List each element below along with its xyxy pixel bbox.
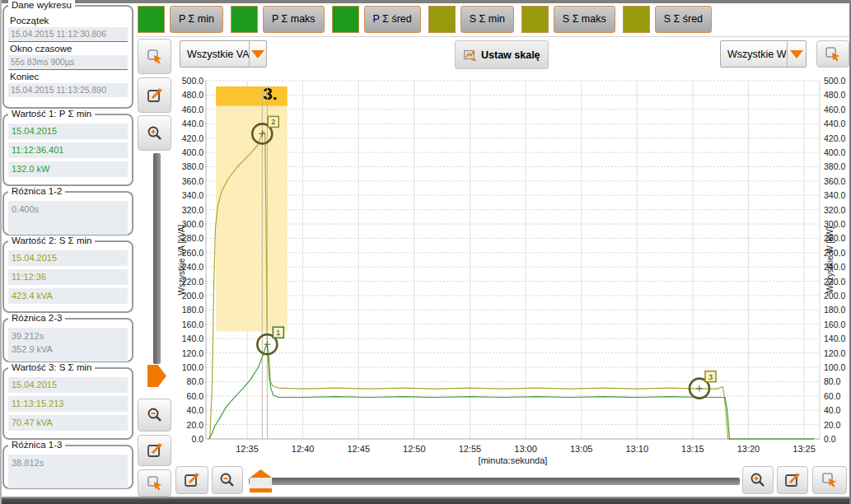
svg-text:180.0: 180.0 [824, 305, 845, 315]
series-group-s-min: S Σ min [428, 6, 514, 33]
swatch-p-maks[interactable] [231, 6, 258, 33]
series-toolbar: P Σ min P Σ maks P Σ śred S Σ min S Σ ma… [138, 5, 719, 33]
left-axis-dropdown-value: Wszystkie VA [180, 41, 249, 67]
svg-text:1: 1 [276, 329, 280, 337]
button-s-maks[interactable]: S Σ maks [554, 6, 615, 33]
svg-text:180.0: 180.0 [182, 305, 203, 315]
svg-text:420.0: 420.0 [182, 133, 203, 143]
svg-text:120.0: 120.0 [182, 348, 203, 358]
value-1-time: 11:12:36.401 [8, 142, 128, 158]
right-axis-dropdown[interactable]: Wszystkie W [720, 40, 807, 68]
svg-text:80.0: 80.0 [824, 376, 841, 386]
vertical-zoom-slider-track[interactable] [153, 153, 161, 364]
selection-cursor-icon [821, 471, 839, 489]
button-p-min[interactable]: P Σ min [170, 6, 223, 33]
swatch-s-min[interactable] [428, 6, 456, 33]
zoom-in-vertical-button[interactable] [138, 115, 171, 151]
panel-diff-1-2-title: Różnica 1-2 [8, 186, 65, 196]
edit-scale-button-bottom-left[interactable] [175, 466, 208, 494]
left-axis-dropdown-arrow[interactable] [249, 41, 266, 67]
svg-text:500.0: 500.0 [824, 76, 845, 86]
series-group-s-maks: S Σ maks [521, 6, 615, 33]
field-end-label: Koniec [10, 72, 126, 82]
button-s-min[interactable]: S Σ min [461, 6, 514, 33]
zoom-out-horizontal-button[interactable] [212, 466, 243, 494]
button-p-maks[interactable]: P Σ maks [263, 6, 325, 33]
select-region-button-top-right[interactable] [816, 40, 849, 68]
svg-text:3: 3 [708, 373, 713, 381]
svg-text:60.0: 60.0 [824, 391, 841, 401]
svg-text:20.0: 20.0 [824, 420, 841, 430]
swatch-s-maks[interactable] [521, 6, 549, 33]
svg-text:100.0: 100.0 [824, 362, 845, 372]
svg-text:500.0: 500.0 [182, 76, 203, 86]
svg-text:40.0: 40.0 [187, 405, 204, 415]
svg-text:12:50: 12:50 [403, 444, 426, 454]
window-bottom-edge [0, 497, 851, 504]
left-axis-dropdown[interactable]: Wszystkie VA [180, 40, 267, 68]
field-start-label: Początek [10, 16, 126, 26]
panel-diff-2-3-title: Różnica 2-3 [8, 313, 65, 323]
zoom-out-icon [146, 406, 164, 424]
svg-text:Wszystkie W [kW]: Wszystkie W [kW] [825, 226, 835, 292]
diff-1-2-value: 0.400s [12, 203, 124, 216]
svg-text:400.0: 400.0 [182, 147, 203, 157]
swatch-p-sred[interactable] [332, 6, 359, 33]
panel-value-1: Wartość 1: P Σ min 15.04.2015 11:12:36.4… [2, 114, 133, 186]
svg-text:140.0: 140.0 [182, 334, 203, 343]
svg-text:2: 2 [271, 118, 275, 126]
svg-text:400.0: 400.0 [824, 147, 845, 157]
swatch-p-min[interactable] [138, 6, 165, 33]
svg-text:160.0: 160.0 [824, 320, 845, 329]
zoom-in-icon [146, 124, 164, 142]
chart-plot[interactable]: 0.00.020.020.040.040.060.060.080.080.010… [177, 72, 851, 478]
edit-scale-button-left[interactable] [138, 77, 171, 113]
svg-text:460.0: 460.0 [824, 105, 845, 114]
panel-value-2: Wartość 2: S Σ min 15.04.2015 11:12:36 4… [2, 240, 133, 313]
button-p-sred[interactable]: P Σ śred [364, 6, 421, 33]
panel-chart-data: Dane wykresu Początek 15.04.2015 11:12:3… [2, 5, 133, 109]
diff-2-3-time: 39.212s [12, 329, 124, 343]
svg-text:380.0: 380.0 [824, 161, 845, 171]
zoom-in-icon [749, 471, 767, 489]
svg-text:120.0: 120.0 [824, 348, 845, 358]
svg-text:40.0: 40.0 [824, 405, 841, 415]
svg-text:13:20: 13:20 [737, 444, 760, 454]
value-3-measurement: 70.47 kVA [8, 415, 128, 431]
svg-text:360.0: 360.0 [182, 176, 203, 186]
svg-text:60.0: 60.0 [187, 391, 204, 401]
field-end-value: 15.04.2015 11:13:25.890 [8, 83, 128, 97]
panel-diff-2-3: Różnica 2-3 39.212s 352.9 kVA [2, 318, 133, 362]
series-group-p-sred: P Σ śred [332, 6, 421, 33]
panel-value-3: Wartość 3: S Σ min 15.04.2015 11:13:15.2… [2, 367, 133, 440]
vertical-zoom-slider-handle[interactable] [147, 365, 166, 387]
svg-text:480.0: 480.0 [182, 90, 203, 100]
panel-value-3-title: Wartość 3: S Σ min [8, 362, 95, 372]
select-region-button-left-top[interactable] [138, 39, 171, 74]
field-start-value: 15.04.2015 11:12:30.806 [8, 27, 128, 42]
field-window-label: Okno czasowe [10, 44, 126, 54]
edit-scale-button-left-bottom[interactable] [138, 435, 171, 466]
edit-icon [183, 471, 201, 489]
zoom-out-vertical-button[interactable] [138, 399, 171, 432]
set-scale-button[interactable]: Ustaw skalę [455, 40, 549, 69]
value-1-measurement: 132.0 kW [8, 161, 128, 177]
series-group-p-min: P Σ min [138, 6, 223, 33]
horizontal-scroll-slider-track[interactable] [249, 478, 740, 485]
svg-text:13:25: 13:25 [793, 444, 816, 454]
svg-text:340.0: 340.0 [824, 190, 845, 200]
diff-2-3-measurement: 352.9 kVA [12, 343, 124, 356]
button-s-sred[interactable]: S Σ śred [655, 6, 712, 33]
svg-text:13:15: 13:15 [681, 444, 704, 454]
right-axis-dropdown-arrow[interactable] [787, 41, 806, 67]
svg-text:12:35: 12:35 [236, 444, 259, 454]
edit-scale-button-bottom-right[interactable] [777, 466, 808, 494]
select-region-button-bottom-right[interactable] [812, 466, 847, 494]
select-region-button-left-bottom[interactable] [138, 469, 171, 497]
svg-text:420.0: 420.0 [824, 133, 845, 143]
swatch-s-sred[interactable] [623, 6, 650, 33]
value-3-date: 15.04.2015 [8, 377, 128, 393]
edit-icon [146, 441, 164, 460]
svg-text:440.0: 440.0 [182, 119, 203, 128]
zoom-in-horizontal-button[interactable] [742, 466, 774, 494]
